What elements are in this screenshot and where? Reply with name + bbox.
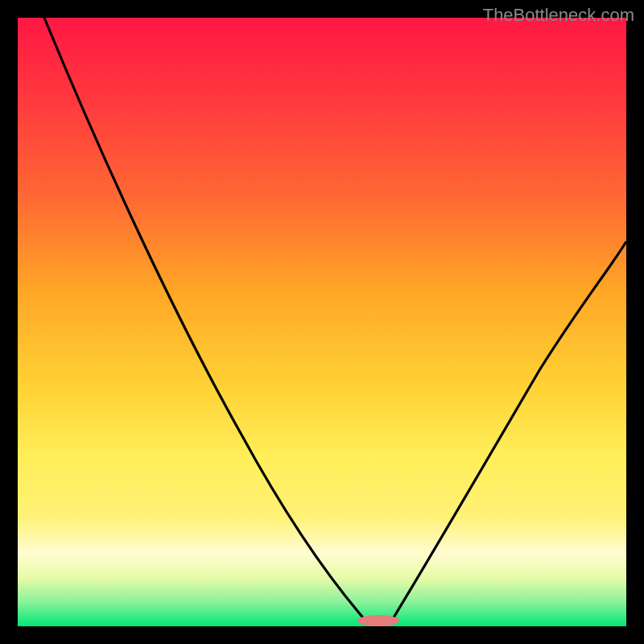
optimal-marker — [357, 615, 399, 626]
bottleneck-chart — [0, 0, 644, 644]
watermark-text: TheBottleneck.com — [483, 5, 634, 26]
chart-background — [18, 18, 626, 626]
chart-svg — [0, 0, 644, 644]
